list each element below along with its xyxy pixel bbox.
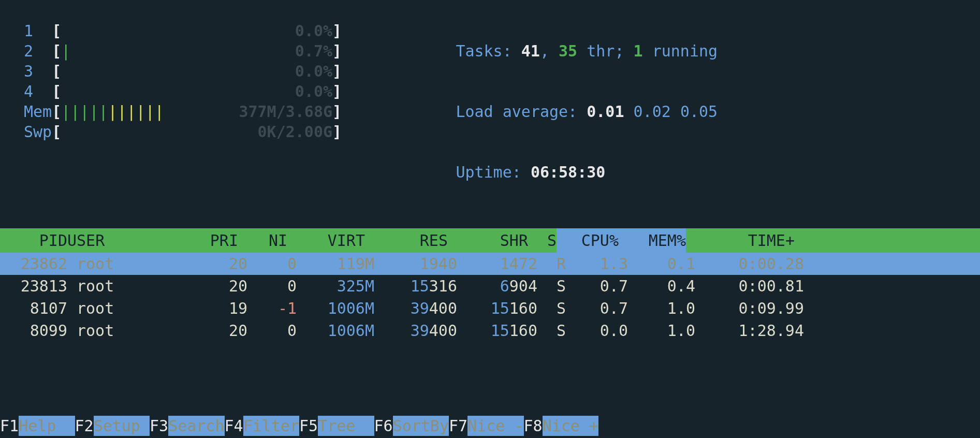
header-area: 1 [ 0.0%]2 [| 0.7%]3 [ 0.0%]4 [ 0.0%]Mem… bbox=[0, 0, 980, 202]
fnkey-f7[interactable]: F7 bbox=[449, 417, 467, 435]
process-row[interactable]: 8099root2001006M3940015160S0.01.01:28.94 bbox=[0, 319, 980, 342]
meter-swp: Swp[ 0K/2.00G] bbox=[24, 122, 376, 142]
function-key-bar: F1Help F2Setup F3SearchF4FilterF5Tree F6… bbox=[0, 416, 598, 436]
meter-mem: Mem[||||||||||| 377M/3.68G] bbox=[24, 101, 376, 122]
col-header-cpupct[interactable]: CPU% bbox=[557, 228, 619, 253]
fnlabel-f8[interactable]: Nice + bbox=[543, 416, 598, 436]
fnkey-f5[interactable]: F5 bbox=[299, 417, 318, 435]
col-header-mempct[interactable]: MEM% bbox=[619, 228, 686, 253]
col-header-res[interactable]: RES bbox=[365, 228, 448, 253]
fnlabel-f6[interactable]: SortBy bbox=[393, 416, 449, 436]
fnkey-f3[interactable]: F3 bbox=[150, 417, 168, 435]
process-row[interactable]: 23862root200119M19401472R1.30.10:00.28 bbox=[0, 253, 980, 275]
fnkey-f2[interactable]: F2 bbox=[75, 417, 94, 435]
col-header-s[interactable]: S bbox=[528, 228, 557, 253]
fnlabel-f4[interactable]: Filter bbox=[243, 416, 299, 436]
col-header-pri[interactable]: PRI bbox=[176, 228, 238, 253]
meter-2: 2 [| 0.7%] bbox=[24, 41, 376, 61]
col-header-user[interactable]: USER bbox=[67, 228, 176, 253]
col-header-virt[interactable]: VIRT bbox=[287, 228, 365, 253]
col-header-pid[interactable]: PID bbox=[0, 228, 67, 253]
table-header[interactable]: PIDUSERPRINIVIRTRESSHRSCPU%MEM%TIME+ bbox=[0, 228, 980, 253]
fnlabel-f1[interactable]: Help bbox=[19, 416, 75, 436]
fnkey-f6[interactable]: F6 bbox=[374, 417, 393, 435]
fnlabel-f7[interactable]: Nice - bbox=[467, 416, 523, 436]
fnkey-f1[interactable]: F1 bbox=[0, 417, 19, 435]
fnlabel-f2[interactable]: Setup bbox=[94, 416, 150, 436]
system-info-panel: Tasks: 41, 35 thr; 1 running Load averag… bbox=[376, 21, 718, 202]
meter-3: 3 [ 0.0%] bbox=[24, 61, 376, 81]
col-header-time+[interactable]: TIME+ bbox=[686, 228, 795, 253]
fnkey-f4[interactable]: F4 bbox=[225, 417, 243, 435]
fnlabel-f5[interactable]: Tree bbox=[318, 416, 374, 436]
process-row[interactable]: 8107root19-11006M3940015160S0.71.00:09.9… bbox=[0, 297, 980, 319]
meter-4: 4 [ 0.0%] bbox=[24, 81, 376, 101]
process-row[interactable]: 23813root200325M153166904S0.70.40:00.81 bbox=[0, 275, 980, 297]
uptime-line: Uptime: 06:58:30 bbox=[400, 142, 718, 202]
meters-panel: 1 [ 0.0%]2 [| 0.7%]3 [ 0.0%]4 [ 0.0%]Mem… bbox=[24, 21, 376, 202]
meter-1: 1 [ 0.0%] bbox=[24, 21, 376, 41]
fnlabel-f3[interactable]: Search bbox=[168, 416, 224, 436]
loadavg-line: Load average: 0.01 0.02 0.05 bbox=[400, 81, 718, 142]
col-header-ni[interactable]: NI bbox=[238, 228, 287, 253]
col-header-shr[interactable]: SHR bbox=[448, 228, 528, 253]
tasks-line: Tasks: 41, 35 thr; 1 running bbox=[400, 21, 718, 81]
process-table: PIDUSERPRINIVIRTRESSHRSCPU%MEM%TIME+ 238… bbox=[0, 228, 980, 342]
fnkey-f8[interactable]: F8 bbox=[524, 417, 543, 435]
